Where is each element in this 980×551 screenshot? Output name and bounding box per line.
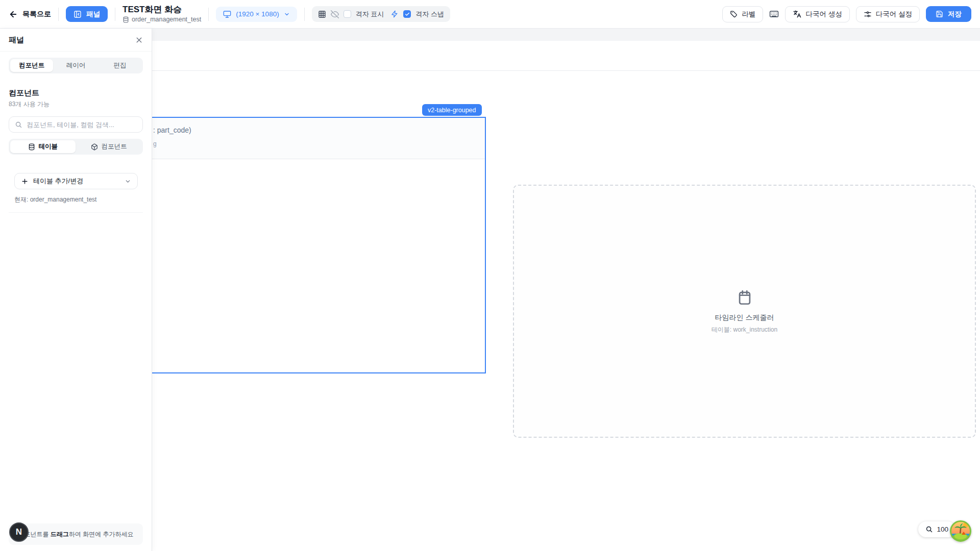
panel-tabbar: 컴포넌트 레이어 편집: [9, 58, 143, 73]
panel-left-icon: [74, 10, 82, 18]
sliders-icon: [864, 10, 872, 18]
table-subheader-text: g: [153, 140, 157, 147]
eye-off-icon: [331, 10, 339, 18]
toolbar-right-group: 라벨 다국어 생성 다국어 설정: [722, 6, 971, 22]
current-table-label: 현재: order_management_test: [14, 195, 137, 204]
components-section: 컴포넌트 83개 사용 가능 테이블: [0, 88, 152, 155]
floating-n-bubble[interactable]: N: [9, 522, 29, 542]
selected-component-badge: v2-table-grouped: [422, 104, 482, 116]
chevron-down-icon: [284, 11, 290, 17]
panel-toggle-button[interactable]: 패널: [66, 6, 108, 22]
toolbar-divider: [58, 8, 59, 21]
arrow-left-icon: [9, 10, 18, 19]
scheduler-table-label: 테이블: work_instruction: [712, 325, 777, 334]
multilang-settings-text: 다국어 설정: [876, 10, 912, 19]
database-icon: [122, 16, 129, 23]
panel-title: 패널: [9, 35, 24, 45]
keyboard-shortcuts-button[interactable]: [769, 9, 779, 19]
section-title: 컴포넌트: [9, 88, 143, 98]
close-icon[interactable]: [135, 36, 143, 44]
page-title: TEST화면 화승: [122, 5, 201, 15]
label-button-text: 라벨: [742, 10, 755, 19]
grid-snap-label: 격자 스냅: [415, 10, 444, 19]
chevron-down-icon: [125, 178, 131, 185]
top-toolbar: 목록으로 패널 TEST화면 화승 order_management_test: [0, 0, 980, 29]
panel-divider: [9, 212, 143, 213]
calendar-icon: [736, 289, 753, 306]
database-icon: [28, 143, 35, 151]
toolbar-divider: [208, 8, 209, 21]
screen-builder-app: 목록으로 패널 TEST화면 화승 order_management_test: [0, 0, 980, 551]
panel-header: 패널: [0, 29, 152, 52]
source-tab-tables-label: 테이블: [39, 142, 58, 151]
tab-layers[interactable]: 레이어: [54, 59, 97, 72]
plus-icon: [21, 178, 29, 185]
multilang-generate-text: 다국어 생성: [805, 10, 842, 19]
hint-suffix: 하여 화면에 추가하세요: [69, 531, 134, 538]
drag-hint: 컴포넌트를 드래그하여 화면에 추가하세요: [9, 523, 143, 545]
page-subtitle-text: order_management_test: [132, 16, 201, 23]
components-count: 83개 사용 가능: [9, 100, 143, 109]
screen-title-block: TEST화면 화승 order_management_test: [122, 5, 201, 23]
multilang-generate-button[interactable]: 다국어 생성: [785, 6, 849, 22]
components-panel: 패널 컴포넌트 레이어 편집 컴포넌트 83개 사용 가능: [0, 29, 152, 551]
source-tab-components[interactable]: 컴포넌트: [77, 140, 142, 153]
add-table-button[interactable]: 테이블 추가/변경: [14, 173, 138, 189]
component-search: [9, 116, 143, 133]
panel-toggle-label: 패널: [86, 10, 100, 19]
grid-show-checkbox[interactable]: [344, 10, 351, 18]
tab-edit[interactable]: 편집: [99, 59, 141, 72]
scheduler-title: 타임라인 스케줄러: [715, 313, 774, 322]
search-icon: [15, 121, 22, 129]
add-table-label: 테이블 추가/변경: [33, 177, 120, 186]
search-input[interactable]: [27, 121, 137, 129]
island-extension-button[interactable]: [950, 520, 971, 542]
back-to-list-label: 목록으로: [22, 10, 51, 19]
toolbar-divider: [115, 8, 115, 21]
label-button[interactable]: 라벨: [722, 6, 763, 22]
viewport-size-dropdown[interactable]: (980 × 551): [216, 7, 297, 22]
grid-snap-checkbox[interactable]: [403, 10, 411, 18]
save-button-text: 저장: [948, 10, 962, 19]
bubble-letter: N: [16, 527, 22, 537]
save-button[interactable]: 저장: [926, 6, 971, 22]
source-tab-components-label: 컴포넌트: [102, 142, 127, 151]
grid-icon: [318, 10, 326, 18]
tab-components[interactable]: 컴포넌트: [10, 59, 53, 72]
grid-options-group: 격자 표시 격자 스냅: [312, 6, 450, 22]
zoom-level-value: 100: [937, 525, 948, 533]
save-icon: [936, 10, 943, 18]
magnifier-icon: [925, 525, 933, 533]
viewport-size-label: (980 × 551): [236, 10, 279, 18]
source-tab-tables[interactable]: 테이블: [10, 140, 76, 153]
package-icon: [91, 143, 98, 151]
hint-bold: 드래그: [51, 531, 69, 538]
toolbar-divider: [304, 8, 305, 21]
tag-icon: [730, 10, 738, 18]
grid-show-label: 격자 표시: [356, 10, 384, 19]
lightning-icon: [391, 10, 399, 18]
timeline-scheduler-component[interactable]: 타임라인 스케줄러 테이블: work_instruction: [513, 185, 976, 438]
source-toggle: 테이블 컴포넌트: [9, 139, 143, 155]
page-subtitle: order_management_test: [122, 16, 201, 23]
back-to-list-button[interactable]: 목록으로: [9, 10, 51, 19]
monitor-icon: [223, 10, 231, 18]
multilang-settings-button[interactable]: 다국어 설정: [856, 6, 920, 22]
table-header-text: : part_code): [153, 126, 191, 134]
translate-icon: [793, 10, 801, 18]
keyboard-icon: [769, 9, 779, 19]
